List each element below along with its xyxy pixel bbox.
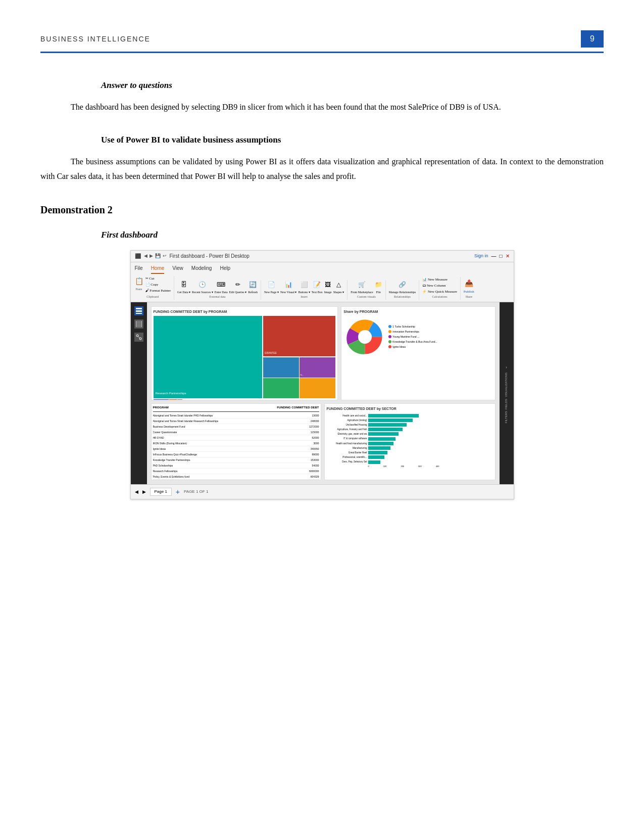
shapes-tool[interactable]: △ Shapes ▾ bbox=[333, 280, 344, 295]
table-row: Policy, Events & Exhibitions fund 604329 bbox=[153, 474, 319, 480]
bottom-charts-row: PROGRAM FUNDING COMMITTED DEBT Aborigina… bbox=[151, 403, 496, 480]
tab-file[interactable]: File bbox=[135, 264, 143, 274]
minimize-button[interactable]: — bbox=[491, 252, 496, 260]
text-box-icon: 📝 bbox=[313, 280, 321, 290]
legend-item-4: Knowledge Transfer & Bus-Area Fund... bbox=[388, 340, 437, 344]
shapes-label: Shapes ▾ bbox=[333, 290, 344, 295]
powerbi-paragraph: The business assumptions can be validate… bbox=[40, 155, 604, 184]
collapse-icon[interactable]: › bbox=[506, 363, 507, 371]
paste-tool[interactable]: 📋 Paste bbox=[135, 276, 143, 292]
undo-icon: ↩ bbox=[163, 252, 167, 259]
pbi-bottom-bar: ◀ ▶ Page 1 + PAGE 1 OF 1 bbox=[131, 484, 514, 499]
pbi-titlebar-left: ⬛ ◀ ▶ 💾 ↩ First dashboard - Power BI Des… bbox=[135, 252, 250, 260]
new-column-tool[interactable]: 🗂 New Column bbox=[422, 283, 457, 289]
tab-help[interactable]: Help bbox=[220, 264, 230, 274]
get-data-tool[interactable]: 🗄 Get Data ▾ bbox=[177, 280, 190, 295]
new-page-tool[interactable]: 📄 New Page ▾ bbox=[264, 280, 279, 295]
pbi-canvas: FUNDING COMMITTED DEBT by PROGRAM Resear… bbox=[147, 302, 500, 484]
recent-sources-tool[interactable]: 🕒 Recent Sources ▾ bbox=[192, 280, 213, 295]
svg-rect-1 bbox=[136, 310, 142, 312]
table-row: Knowledge Transfer Partnerships 153000 bbox=[153, 457, 319, 463]
shapes-icon: △ bbox=[336, 280, 341, 290]
filters-label[interactable]: FILTERS bbox=[504, 411, 509, 423]
text-box-tool[interactable]: 📝 Text Box bbox=[312, 280, 323, 295]
tm-block-small: Ya... bbox=[263, 357, 336, 398]
bar-fill-8 bbox=[368, 446, 390, 450]
answer-heading: Answer to questions bbox=[40, 78, 604, 92]
back-icon: ◀ bbox=[144, 252, 147, 259]
fields-label[interactable]: FIELDS bbox=[504, 399, 509, 409]
pbi-ribbon-tabs: File Home View Modeling Help bbox=[135, 264, 510, 274]
visualizations-label[interactable]: VISUALIZATIONS bbox=[504, 373, 509, 397]
legend-item-5: Ignite Ideas bbox=[388, 345, 437, 349]
tab-view[interactable]: View bbox=[172, 264, 183, 274]
bar-row-6: IT & computer software bbox=[327, 437, 493, 440]
data-group: 🗄 Get Data ▾ 🕒 Recent Sources ▾ ⌨ Enter … bbox=[177, 280, 261, 299]
page-next-icon[interactable]: ▶ bbox=[142, 488, 146, 495]
table-row: Research Fellowships 6000000 bbox=[153, 469, 319, 474]
maximize-button[interactable]: □ bbox=[499, 252, 502, 260]
svg-point-10 bbox=[358, 330, 372, 344]
header-bar: BUSINESS INTELLIGENCE 9 bbox=[40, 30, 604, 53]
relationships-group-label: Relationships bbox=[389, 295, 416, 300]
new-quick-measure-tool[interactable]: ⚡ New Quick Measure bbox=[422, 289, 457, 295]
data-view-icon[interactable] bbox=[134, 319, 143, 329]
page-prev-icon[interactable]: ◀ bbox=[135, 488, 138, 495]
report-view-icon[interactable] bbox=[134, 306, 143, 315]
from-marketplace-tool[interactable]: 🛒 From Marketplace bbox=[351, 280, 373, 295]
table-row: Business Development Fund 1272000 bbox=[153, 424, 319, 430]
clipboard-tools: 📋 Paste ✂ Cut 📄 Copy 🖌 Format Painter bbox=[135, 276, 171, 294]
kn-box-3 bbox=[177, 399, 182, 401]
pbi-window-controls[interactable]: Sign in — □ ✕ bbox=[474, 252, 510, 260]
pbi-nav-icons: ◀ ▶ 💾 ↩ bbox=[144, 252, 167, 259]
manage-relationships-tool[interactable]: 🔗 Manage Relationships bbox=[389, 280, 416, 295]
new-visual-icon: 📊 bbox=[285, 280, 292, 290]
refresh-tool[interactable]: 🔄 Refresh bbox=[248, 280, 258, 295]
enter-data-tool[interactable]: ⌨ Enter Data bbox=[215, 280, 228, 295]
answer-section: Answer to questions The dashboard has be… bbox=[40, 78, 604, 115]
edit-queries-tool[interactable]: ✏ Edit Queries ▾ bbox=[229, 280, 247, 295]
recent-sources-label: Recent Sources ▾ bbox=[192, 290, 213, 295]
buttons-icon: ⬜ bbox=[301, 280, 308, 290]
from-file-tool[interactable]: 📁 File bbox=[375, 280, 382, 295]
tab-home[interactable]: Home bbox=[151, 264, 165, 274]
first-dashboard-heading: First dashboard bbox=[40, 228, 604, 242]
insert-label: Insert bbox=[264, 295, 344, 300]
publish-icon: 📤 bbox=[465, 278, 473, 289]
buttons-tool[interactable]: ⬜ Buttons ▾ bbox=[298, 280, 310, 295]
kn-box-1 bbox=[154, 399, 169, 401]
model-view-icon[interactable] bbox=[134, 333, 143, 342]
pbi-signin[interactable]: Sign in bbox=[474, 252, 488, 260]
data-label: External data bbox=[177, 295, 258, 300]
close-button[interactable]: ✕ bbox=[506, 252, 510, 260]
edit-queries-label: Edit Queries ▾ bbox=[229, 290, 247, 295]
legend-item-2: Innovation Partnerships bbox=[388, 330, 437, 334]
relationships-icon: 🔗 bbox=[399, 280, 406, 290]
table-header: PROGRAM FUNDING COMMITTED DEBT bbox=[153, 405, 319, 412]
copy-tool[interactable]: 📄 Copy bbox=[145, 282, 171, 288]
tab-modeling[interactable]: Modeling bbox=[191, 264, 212, 274]
image-tool[interactable]: 🖼 Image bbox=[324, 280, 332, 295]
new-visual-tool[interactable]: 📊 New Visual ▾ bbox=[280, 280, 297, 295]
pbi-ribbon: File Home View Modeling Help 📋 Paste bbox=[131, 262, 514, 302]
legend-item-3: Young Maritime Fund ... bbox=[388, 335, 437, 339]
publish-label: Publish bbox=[464, 289, 474, 295]
table-row: Aboriginal and Torres Strait Islander PH… bbox=[153, 413, 319, 419]
bar-chart-content: Health care and social... Agriculture (m… bbox=[327, 414, 493, 468]
calculations-group: 📊 New Measure 🗂 New Column ⚡ New Quick M… bbox=[422, 277, 461, 300]
paste-label: Paste bbox=[136, 287, 142, 292]
format-painter-tool[interactable]: 🖌 Format Painter bbox=[145, 288, 171, 294]
bar-row-11: Dern, Pep, Selectory Sel bbox=[327, 460, 493, 464]
bar-row-10: Professional, scientific... bbox=[327, 455, 493, 459]
tm-small-3 bbox=[263, 378, 299, 398]
page-1-tab[interactable]: Page 1 bbox=[150, 488, 172, 496]
bar-fill-2 bbox=[368, 419, 413, 422]
clipboard-group: 📋 Paste ✂ Cut 📄 Copy 🖌 Format Painter Cl… bbox=[135, 276, 175, 300]
publish-tool[interactable]: 📤 Publish bbox=[464, 278, 474, 295]
new-measure-tool[interactable]: 📊 New Measure bbox=[422, 277, 457, 283]
cut-tool[interactable]: ✂ Cut bbox=[145, 276, 171, 282]
file-icon: 📁 bbox=[375, 280, 382, 290]
image-label: Image bbox=[324, 290, 332, 295]
add-page-button[interactable]: + bbox=[176, 486, 180, 497]
col-program: PROGRAM bbox=[153, 405, 263, 410]
